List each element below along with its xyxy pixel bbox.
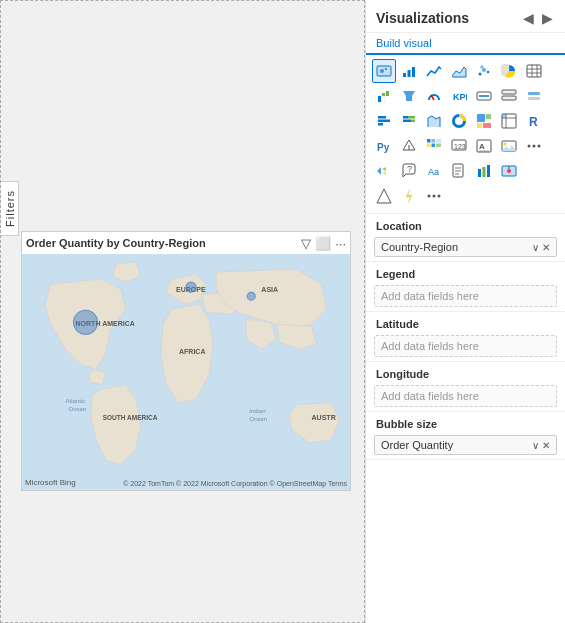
viz-icon-card[interactable] [472,84,496,108]
svg-rect-84 [453,164,463,177]
viz-icon-scatter[interactable] [472,59,496,83]
longitude-placeholder: Add data fields here [374,385,557,407]
location-label: Location [366,214,565,235]
panel-nav-left[interactable]: ◀ [521,8,536,28]
panel-title: Visualizations [376,10,469,26]
svg-rect-24 [527,65,541,77]
bubble-size-chevron-icon[interactable]: ∨ [532,440,539,451]
viz-icon-smartnarrative[interactable]: Aa [422,159,446,183]
svg-point-11 [74,310,98,334]
viz-icon-textbox[interactable]: A [472,134,496,158]
viz-icons-grid: KPI [366,55,565,214]
longitude-label: Longitude [366,362,565,383]
svg-rect-53 [483,123,491,128]
bubble-size-pill[interactable]: Order Quantity ∨ ✕ [374,435,557,455]
svg-point-77 [533,145,536,148]
viz-icon-multirow[interactable] [497,84,521,108]
visual-container: Order Quantity by Country-Region ▽ ⬜ ··· [21,231,351,491]
svg-marker-95 [406,189,412,203]
svg-marker-94 [377,189,391,203]
viz-icon-qna[interactable]: ? [397,159,421,183]
bing-logo: Microsoft Bing [25,478,76,487]
svg-rect-29 [378,96,381,102]
svg-rect-67 [436,144,441,148]
svg-marker-74 [502,145,516,151]
location-pill[interactable]: Country-Region ∨ ✕ [374,237,557,257]
viz-icon-donut[interactable] [447,109,471,133]
bubble-size-pill-actions: ∨ ✕ [532,440,550,451]
viz-icon-gauge[interactable] [422,84,446,108]
map-svg: NORTH AMERICA SOUTH AMERICA EUROPE ASIA … [22,254,350,490]
svg-rect-63 [432,139,436,143]
svg-text:AFRICA: AFRICA [179,348,206,355]
viz-icon-table[interactable] [522,59,546,83]
viz-icon-shapes[interactable] [372,184,396,208]
svg-text:Aa: Aa [428,167,439,177]
viz-icon-waterfall[interactable] [372,84,396,108]
latitude-label: Latitude [366,312,565,333]
svg-rect-17 [403,73,406,77]
viz-icon-ellipsis[interactable] [422,184,446,208]
svg-rect-39 [502,96,516,100]
viz-icon-paginated[interactable] [447,159,471,183]
viz-icon-line[interactable] [422,59,446,83]
svg-rect-65 [427,144,431,148]
viz-icon-hbar[interactable] [372,109,396,133]
svg-rect-30 [382,93,385,96]
field-group-latitude: Latitude Add data fields here [366,312,565,362]
viz-icon-funnel[interactable] [397,84,421,108]
svg-rect-42 [378,116,386,119]
svg-text:KPI: KPI [453,92,467,102]
viz-icon-slicer[interactable] [522,84,546,108]
panel-nav-right[interactable]: ▶ [540,8,555,28]
viz-icon-custom1[interactable] [397,134,421,158]
viz-icon-gauge2[interactable]: 123 [447,134,471,158]
svg-rect-19 [412,67,415,77]
viz-icon-area[interactable] [447,59,471,83]
viz-icon-python[interactable]: Py [372,134,396,158]
svg-point-78 [538,145,541,148]
viz-icon-image[interactable] [497,134,521,158]
bubble-size-remove-icon[interactable]: ✕ [542,440,550,451]
viz-icon-decomptree[interactable] [372,159,396,183]
filter-icon[interactable]: ▽ [301,236,311,251]
viz-icon-hstacked[interactable] [397,109,421,133]
viz-icon-r[interactable]: R [522,109,546,133]
visual-header: Order Quantity by Country-Region ▽ ⬜ ··· [22,232,350,254]
viz-icon-barchart2[interactable] [472,159,496,183]
viz-icon-pie[interactable] [497,59,521,83]
viz-icon-map[interactable] [372,59,396,83]
viz-icon-azuremap[interactable] [497,159,521,183]
location-chevron-icon[interactable]: ∨ [532,242,539,253]
svg-text:AUSTR: AUSTR [312,414,336,421]
svg-rect-32 [382,96,385,102]
more-options-icon[interactable]: ··· [335,236,346,251]
viz-icon-bar[interactable] [397,59,421,83]
build-visual-tab[interactable]: Build visual [366,33,565,55]
svg-rect-40 [528,92,540,95]
viz-icon-lightning[interactable] [397,184,421,208]
svg-rect-64 [436,139,441,143]
svg-point-15 [380,69,384,73]
viz-icon-ribbon[interactable] [422,109,446,133]
svg-rect-62 [427,139,431,143]
location-remove-icon[interactable]: ✕ [542,242,550,253]
svg-point-12 [186,282,196,292]
viz-icon-kpi[interactable]: KPI [447,84,471,108]
svg-marker-81 [382,171,386,175]
viz-icon-matrix[interactable] [497,109,521,133]
svg-marker-33 [403,91,415,101]
viz-row-3: R [372,109,559,133]
filters-tab[interactable]: Filters [1,181,19,236]
viz-icon-treemap[interactable] [472,109,496,133]
field-group-legend: Legend Add data fields here [366,262,565,312]
right-panel: Visualizations ◀ ▶ Build visual [365,0,565,623]
viz-icon-more[interactable] [522,134,546,158]
svg-rect-43 [378,120,390,123]
field-group-bubble-size: Bubble size Order Quantity ∨ ✕ [366,412,565,460]
focus-icon[interactable]: ⬜ [315,236,331,251]
panel-nav: ◀ ▶ [521,8,555,28]
svg-point-92 [507,169,511,173]
viz-icon-heatmap[interactable] [422,134,446,158]
svg-rect-31 [386,91,389,96]
